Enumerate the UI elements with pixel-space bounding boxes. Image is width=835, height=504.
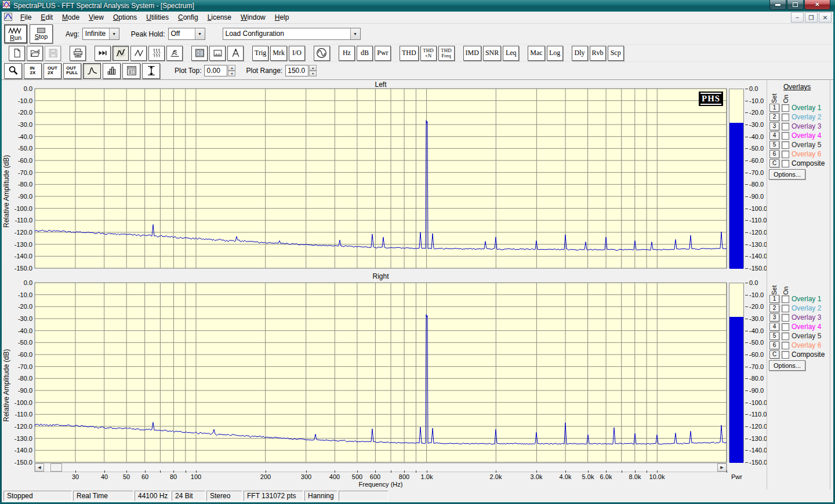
overlay-set-button-1[interactable]: 1 (769, 104, 779, 112)
overlay-on-checkbox-6[interactable] (782, 342, 789, 349)
overlay-on-checkbox-6[interactable] (782, 151, 789, 158)
overlay-on-checkbox-4[interactable] (782, 132, 789, 140)
menu-window[interactable]: Window (236, 12, 270, 23)
reverb-button[interactable]: Rvb (590, 46, 606, 61)
close-button[interactable]: ✕ (804, 0, 830, 10)
snr-button[interactable]: SNR (483, 46, 501, 61)
peak-hold-select[interactable]: Off ▼ (168, 28, 205, 40)
run-fast-button[interactable] (95, 46, 111, 61)
leq-button[interactable]: Leq (503, 46, 519, 61)
plot-range-spinner[interactable]: ▲▼ (309, 65, 317, 76)
delay-button[interactable]: Dly (572, 46, 588, 61)
overlay-on-checkbox-c[interactable] (782, 160, 789, 167)
overlay-set-button-c[interactable]: C (769, 350, 779, 359)
overlay-set-button-c[interactable]: C (769, 159, 779, 167)
thd-freq-button[interactable]: THD Freq (438, 46, 455, 61)
vertical-scale-button[interactable] (142, 63, 160, 79)
chevron-down-icon[interactable]: ▼ (195, 28, 205, 39)
plot-top-spinner[interactable]: ▲▼ (228, 65, 235, 76)
overlay-on-checkbox-3[interactable] (782, 314, 789, 322)
time-series-view-button[interactable] (130, 46, 147, 61)
print-button[interactable] (70, 46, 86, 61)
pwr-button[interactable]: Pwr (375, 46, 391, 61)
overlay-set-button-3[interactable]: 3 (769, 313, 779, 322)
overlay-options-button[interactable]: Options... (769, 169, 805, 180)
plot-h-scrollbar[interactable]: ◀▶ (34, 463, 727, 472)
menu-options[interactable]: Options (108, 12, 141, 23)
menu-mode[interactable]: Mode (57, 12, 84, 23)
spectrum-plot-right[interactable] (34, 282, 727, 463)
bar-graph-button[interactable] (103, 63, 121, 79)
io-button[interactable]: I/O (289, 46, 305, 61)
overlay-on-checkbox-5[interactable] (782, 333, 789, 340)
overlay-set-button-4[interactable]: 4 (769, 132, 779, 140)
mdi-restore-button[interactable]: ❐ (805, 12, 818, 23)
maximize-button[interactable] (787, 0, 804, 10)
zoom-in-2x-button[interactable]: IN 2X (24, 63, 42, 79)
spectrogram-view-button[interactable] (148, 46, 165, 61)
overlay-set-button-6[interactable]: 6 (769, 341, 779, 349)
menu-file[interactable]: File (16, 12, 36, 23)
overlay-set-button-4[interactable]: 4 (769, 323, 779, 331)
signal-generator-button[interactable] (314, 46, 330, 61)
overlay-set-button-2[interactable]: 2 (769, 304, 779, 312)
overlay-set-button-5[interactable]: 5 (769, 141, 779, 149)
trigger-button[interactable]: Trig (252, 46, 268, 61)
stop-button[interactable]: Stop (30, 24, 53, 43)
overlay-set-button-5[interactable]: 5 (769, 332, 779, 340)
overlay-set-button-3[interactable]: 3 (769, 122, 779, 130)
scroll-left-button[interactable]: ◀ (35, 463, 44, 472)
plot-range-input[interactable] (285, 65, 308, 76)
scroll-right-button[interactable]: ▶ (717, 463, 727, 472)
mdi-close-button[interactable]: ✕ (819, 12, 832, 23)
zoom-button[interactable] (4, 63, 22, 79)
run-button[interactable]: Run (4, 24, 27, 43)
scope-button[interactable]: Scp (608, 46, 624, 61)
marker-button[interactable]: Mrk (270, 46, 287, 61)
plot-top-input[interactable] (204, 65, 227, 76)
overlay-on-checkbox-3[interactable] (782, 123, 789, 130)
thd-button[interactable]: THD (400, 46, 419, 61)
minimize-button[interactable] (769, 0, 786, 10)
overlay-on-checkbox-c[interactable] (782, 351, 789, 359)
db-button[interactable]: dB (357, 46, 373, 61)
views-panel-button[interactable] (191, 46, 208, 61)
scroll-thumb[interactable] (50, 463, 62, 472)
thd-n-button[interactable]: THD +N (420, 46, 437, 61)
spectrum-plot-left[interactable] (34, 88, 727, 269)
menu-config[interactable]: Config (173, 12, 203, 23)
mdi-minimize-button[interactable]: – (791, 12, 804, 23)
menu-help[interactable]: Help (270, 12, 294, 23)
peak-curve-button[interactable] (83, 63, 101, 79)
overlay-on-checkbox-2[interactable] (782, 305, 789, 312)
spectrum-view-button[interactable] (112, 46, 129, 61)
calipers-button[interactable] (227, 46, 244, 61)
avg-select[interactable]: Infinite ▼ (82, 28, 119, 40)
menu-view[interactable]: View (84, 12, 108, 23)
overlay-on-checkbox-1[interactable] (782, 295, 789, 303)
chevron-down-icon[interactable]: ▼ (350, 28, 360, 39)
overlay-set-button-2[interactable]: 2 (769, 113, 779, 121)
overlay-options-button[interactable]: Options... (769, 360, 805, 371)
chevron-down-icon[interactable]: ▼ (109, 28, 119, 39)
macro-button[interactable]: Mac (528, 46, 544, 61)
imd-button[interactable]: IMD (463, 46, 481, 61)
overlay-on-checkbox-5[interactable] (782, 141, 789, 149)
display-options-button[interactable] (122, 63, 140, 79)
save-button[interactable] (45, 46, 61, 61)
menu-edit[interactable]: Edit (36, 12, 57, 23)
open-file-button[interactable] (27, 46, 43, 61)
overlay-on-checkbox-2[interactable] (782, 114, 789, 121)
zoom-out-full-button[interactable]: OUT FULL (63, 63, 81, 79)
overlay-set-button-6[interactable]: 6 (769, 150, 779, 158)
log-button[interactable]: Log (547, 46, 563, 61)
overlay-on-checkbox-1[interactable] (782, 104, 789, 112)
load-configuration-select[interactable]: Load Configuration ▼ (223, 28, 361, 40)
overlay-set-button-1[interactable]: 1 (769, 295, 779, 303)
menu-license[interactable]: License (203, 12, 236, 23)
menu-utilities[interactable]: Utilities (141, 12, 173, 23)
scale-ruler-button[interactable] (209, 46, 226, 61)
new-file-button[interactable] (9, 46, 25, 61)
hz-button[interactable]: Hz (339, 46, 355, 61)
surface-view-button[interactable] (166, 46, 183, 61)
